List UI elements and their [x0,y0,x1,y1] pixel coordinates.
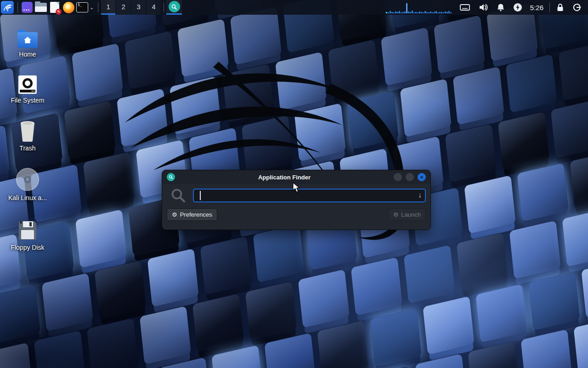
panel-separator [98,2,98,12]
volume-icon[interactable] [478,3,488,12]
applications-menu-button[interactable] [1,1,14,14]
desktop-icon-label: Floppy Disk [11,244,44,251]
application-finder-window: Application Finder ✕ ↓ ⚙ Preferences [162,170,431,230]
maximize-button[interactable] [406,173,414,181]
terminal-dropdown-chevron-icon[interactable]: ⌄ [90,5,94,11]
app-window-icon [22,2,33,13]
lock-screen-icon[interactable] [556,3,564,12]
workspace-button-2[interactable]: 2 [116,0,130,15]
file-manager-icon [35,3,47,12]
taskbar-right: 5:26 [386,0,588,15]
desktop-icon-label: Kali Linux a... [8,194,47,201]
panel-separator [17,2,18,12]
taskbar-window-appfinder[interactable] [166,0,182,15]
panel-separator [549,2,550,12]
mouse-cursor [293,182,301,193]
launch-button[interactable]: ⚙ Launch [388,208,426,221]
launch-label: Launch [401,211,421,218]
workspace-button-3[interactable]: 3 [131,0,146,15]
application-finder-icon [169,1,180,12]
floppy-icon [17,220,38,241]
launcher-file-manager[interactable] [34,0,48,14]
taskbar-left: ✎ $_ ⌄ 1 2 3 4 [0,0,182,15]
clock[interactable]: 5:26 [530,4,543,12]
power-manager-icon[interactable] [513,3,522,12]
firefox-icon [63,2,74,13]
preferences-button[interactable]: ⚙ Preferences [167,208,217,221]
search-icon [170,188,186,203]
desktop-icon-label: Trash [19,144,35,152]
network-monitor-graph[interactable] [386,1,451,13]
desktop-icon-label: File System [11,97,44,104]
launcher-web-browser[interactable] [62,0,75,14]
launcher-terminal[interactable]: $_ [75,0,89,14]
desktop-icon-kali-disc[interactable]: Kali Linux a... [2,170,53,201]
desktop-icon-floppy-disk[interactable]: Floppy Disk [2,220,53,251]
application-finder-icon [167,173,175,181]
keyboard-tray-icon[interactable] [460,3,470,12]
kali-logo-icon [2,2,12,12]
desktop-icon-label: Home [19,51,36,58]
text-editor-icon: ✎ [50,2,59,13]
terminal-icon: $_ [76,2,88,12]
trash-icon [18,121,37,142]
close-button[interactable]: ✕ [418,173,426,181]
window-title: Application Finder [175,174,394,181]
text-caret [200,191,201,200]
launcher-app-window[interactable] [20,0,34,14]
desktop-icon-home[interactable]: Home [2,27,53,58]
desktop-screen: ✎ $_ ⌄ 1 2 3 4 [0,0,588,368]
workspace-button-4[interactable]: 4 [147,0,161,15]
disc-icon [16,170,40,191]
search-input[interactable] [193,189,426,202]
logout-icon[interactable] [572,3,582,12]
launch-gear-icon: ⚙ [393,211,399,218]
launcher-text-editor[interactable]: ✎ [48,0,62,14]
gear-icon: ⚙ [172,211,177,218]
desktop-icon-file-system[interactable]: File System [2,73,53,104]
desktop-icon-trash[interactable]: Trash [2,121,53,152]
panel-separator [164,2,164,12]
minimize-button[interactable] [394,173,402,181]
notifications-bell-icon[interactable] [497,3,505,12]
drive-icon [18,73,37,94]
home-folder-icon [17,27,38,48]
dropdown-arrow-icon[interactable]: ↓ [418,191,422,199]
preferences-label: Preferences [180,211,212,218]
workspace-button-1[interactable]: 1 [101,0,115,15]
taskbar: ✎ $_ ⌄ 1 2 3 4 [0,0,588,15]
